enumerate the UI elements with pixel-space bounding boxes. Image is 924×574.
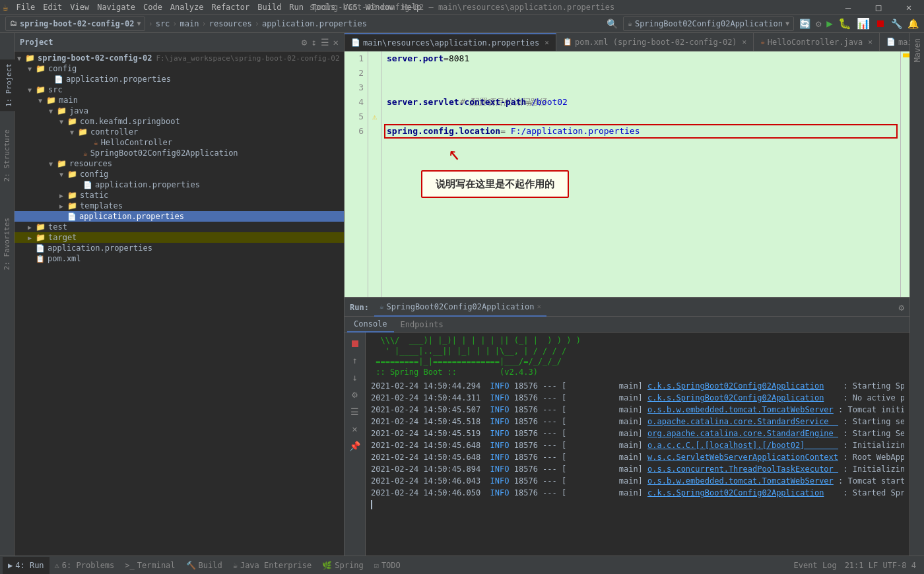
menu-refactor[interactable]: Refactor (207, 3, 253, 12)
favorites-tool-button[interactable]: 2: Favorites (1, 214, 13, 274)
package-folder-name: com.keafmd.springboot (80, 117, 180, 126)
tree-item-controller[interactable]: ▼ 📁 controller (15, 127, 344, 137)
tree-item-package[interactable]: ▼ 📁 com.keafmd.springboot (15, 116, 344, 127)
hello-controller-name: HelloController (101, 138, 172, 147)
bottom-tab-problems[interactable]: ⚠ 6: Problems (50, 557, 120, 574)
tree-item-test[interactable]: ▶ 📁 test (15, 222, 344, 232)
tab1-close-icon[interactable]: ✕ (544, 38, 549, 47)
run-config-selector[interactable]: ☕ SpringBoot02Config02Application ▼ (623, 16, 794, 31)
run-stop-button[interactable]: ⏹ (347, 335, 363, 351)
tree-item-resources[interactable]: ▼ 📁 resources (15, 158, 344, 169)
tree-item-config-props[interactable]: 📄 application.properties (15, 74, 344, 84)
resources-folder-name: resources (69, 159, 112, 168)
log-line-10: 2021-02-24 14:50:46.050 INFO 18576 --- [… (371, 487, 904, 499)
run-pin-icon[interactable]: 📌 (347, 438, 363, 454)
close-button[interactable]: ✕ (894, 0, 924, 15)
refresh-icon[interactable]: 🔄 (799, 18, 810, 29)
run-close-icon[interactable]: ✕ (347, 421, 363, 437)
run-panel-gear-icon[interactable]: ⚙ (899, 302, 904, 313)
project-panel-gear-icon[interactable]: ⚙ (302, 37, 307, 48)
tab-main-props[interactable]: 📄 main\...\application.properti... ✕ (880, 33, 909, 51)
menu-edit[interactable]: Edit (39, 3, 66, 12)
tree-item-hello-controller[interactable]: ☕ HelloController (15, 137, 344, 148)
run-settings-icon[interactable]: ⚙ (347, 387, 363, 402)
profile-button[interactable]: 📊 (857, 17, 870, 30)
tree-item-res-config-props[interactable]: 📄 application.properties (15, 179, 344, 190)
project-tool-button[interactable]: 1: Project (0, 59, 15, 111)
bottom-tab-spring[interactable]: 🌿 Spring (317, 557, 368, 574)
menu-view[interactable]: View (66, 3, 93, 12)
notification-icon[interactable]: 🔔 (908, 18, 919, 29)
bottom-tab-terminal[interactable]: >_ Terminal (119, 557, 180, 574)
run-scroll-down-icon[interactable]: ↓ (347, 369, 363, 385)
tab2-close-icon[interactable]: ✕ (742, 38, 747, 46)
project-panel-settings-icon[interactable]: ☰ (321, 37, 329, 48)
run-tab-close-icon[interactable]: ✕ (537, 302, 542, 311)
maximize-button[interactable]: □ (863, 0, 894, 15)
right-tool-1[interactable]: Maven (911, 36, 923, 65)
project-selector[interactable]: 🗂 spring-boot-02-config-02 ▼ (5, 16, 145, 31)
menu-navigate[interactable]: Navigate (93, 3, 139, 12)
project-panel-expand-icon[interactable]: ↕ (311, 37, 316, 48)
tab-hello-controller[interactable]: ☕ HelloController.java ✕ (754, 33, 880, 51)
line-num-2: 2 (345, 66, 364, 80)
root-props-name: application.properties (48, 243, 152, 253)
bottom-tab-todo[interactable]: ☑ TODO (369, 557, 406, 574)
bottom-tab-build-label: Build (199, 561, 222, 570)
search-everywhere-icon[interactable]: 🔍 (607, 18, 618, 29)
line-num-3: 3 (345, 80, 364, 95)
run-button[interactable]: ▶ (826, 17, 833, 30)
tab-application-props[interactable]: 📄 main\resources\application.properties … (345, 33, 556, 51)
bottom-tab-java-enterprise-label: Java Enterprise (240, 561, 312, 570)
stop-button[interactable]: ⏹ (875, 17, 886, 30)
tree-item-main-props[interactable]: 📄 application.properties (15, 211, 344, 222)
tree-item-target[interactable]: ▶ 📁 target (15, 232, 344, 243)
tree-item-main-app[interactable]: ☕ SpringBoot02Config02Application (15, 148, 344, 158)
endpoints-tab[interactable]: Endpoints (394, 317, 450, 333)
console-tab[interactable]: Console (347, 317, 394, 333)
tab2-label: pom.xml (spring-boot-02-config-02) (575, 38, 737, 47)
project-panel-close-icon[interactable]: ✕ (333, 37, 339, 48)
templates-folder-name: templates (80, 201, 123, 210)
bottom-tab-build[interactable]: 🔨 Build (181, 557, 228, 574)
run-scroll-up-icon[interactable]: ↑ (347, 352, 363, 368)
tab3-close-icon[interactable]: ✕ (868, 38, 873, 46)
menu-analyze[interactable]: Analyze (166, 3, 208, 12)
tree-item-root-props[interactable]: 📄 application.properties (15, 243, 344, 253)
settings-icon[interactable]: ⚙ (816, 18, 821, 29)
res-config-folder-name: config (80, 170, 108, 179)
tree-item-templates[interactable]: ▶ 📁 templates (15, 201, 344, 211)
structure-tool-button[interactable]: 2: Structure (1, 125, 13, 185)
main-props-name: application.properties (79, 212, 184, 221)
tree-item-java[interactable]: ▼ 📁 java (15, 106, 344, 116)
tab1-label: main\resources\application.properties (363, 38, 539, 48)
console-cursor-line[interactable] (371, 499, 904, 511)
menu-file[interactable]: File (12, 3, 39, 12)
tree-item-config[interactable]: ▼ 📁 config (15, 63, 344, 74)
tab-pom[interactable]: 📋 pom.xml (spring-boot-02-config-02) ✕ (556, 33, 754, 51)
status-event-log[interactable]: Event Log (794, 561, 837, 570)
minimize-button[interactable]: — (833, 0, 863, 15)
menu-code[interactable]: Code (139, 3, 166, 12)
tree-item-res-config[interactable]: ▼ 📁 config (15, 169, 344, 179)
tree-item-root[interactable]: ▼ 📁 spring-boot-02-config-02 F:\java_wor… (15, 53, 344, 63)
bottom-tab-java-enterprise[interactable]: ☕ Java Enterprise (228, 557, 317, 574)
run-layout-icon[interactable]: ☰ (347, 404, 363, 420)
menu-build[interactable]: Build (253, 3, 285, 12)
more-tools-icon[interactable]: 🔧 (891, 18, 902, 29)
config-props-name: application.properties (66, 75, 171, 84)
run-tab[interactable]: ☕ SpringBoot02Config02Application ✕ (374, 298, 546, 317)
tree-item-main[interactable]: ▼ 📁 main (15, 95, 344, 106)
target-folder-name: target (48, 233, 77, 242)
debug-button[interactable]: 🐛 (838, 17, 851, 30)
tree-item-src[interactable]: ▼ 📁 src (15, 84, 344, 95)
tree-item-static[interactable]: ▶ 📁 static (15, 190, 344, 201)
tree-item-pom[interactable]: 📋 pom.xml (15, 253, 344, 264)
config-folder-name: config (48, 64, 77, 73)
menu-run[interactable]: Run (285, 3, 308, 12)
log-line-2: 2021-02-24 14:50:44.311 INFO 18576 --- [… (371, 392, 904, 404)
project-panel-title: Project (20, 38, 53, 47)
bottom-tab-run[interactable]: ▶ 4: Run (3, 557, 50, 574)
app-icon: ☕ (3, 2, 8, 13)
log-line-1: 2021-02-24 14:50:44.294 INFO 18576 --- [… (371, 380, 904, 392)
